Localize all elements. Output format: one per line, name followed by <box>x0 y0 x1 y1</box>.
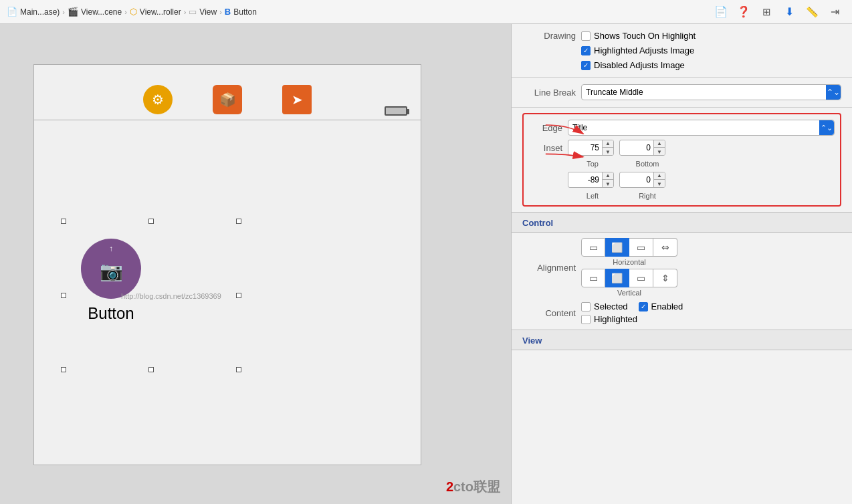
forward-toolbar-icon[interactable]: ⇥ <box>824 1 845 23</box>
horizontal-buttons: ▭ ⬜ ▭ ⇔ <box>581 238 677 257</box>
inset-top-value[interactable]: 75 <box>568 143 602 152</box>
inset-left-input[interactable]: -89 ▲ ▼ <box>568 172 614 188</box>
line-break-dropdown[interactable]: Truncate Middle ⌃⌄ <box>581 84 841 100</box>
edge-row: Edge Title ⌃⌄ <box>529 120 835 136</box>
handle-top-mid <box>148 219 154 224</box>
handle-bot-left <box>61 367 66 372</box>
disabled-adjusts-label: Disabled Adjusts Image <box>594 60 685 70</box>
view-icon: ▭ <box>189 7 197 17</box>
highlighted-checkbox[interactable] <box>581 315 591 324</box>
canvas-icon-row: ⚙ 📦 ➤ <box>34 65 421 114</box>
content-row: Content Selected Enabled <box>522 301 841 324</box>
horizontal-align-group: ▭ ⬜ ▭ ⇔ Horizontal <box>581 238 677 266</box>
align-h-fill[interactable]: ⇔ <box>653 238 677 257</box>
inset-bottom-stepper: ▲ ▼ <box>653 140 665 156</box>
cto-red-text: 2 <box>446 479 453 495</box>
inset-label: Inset <box>529 143 562 153</box>
edge-value: Title <box>572 123 830 132</box>
inset-top-down[interactable]: ▼ <box>603 148 613 156</box>
button-element[interactable]: ↑ 📷 Button <box>81 239 141 323</box>
canvas-icon-2: 📦 <box>213 85 242 114</box>
inset-top-stepper: ▲ ▼ <box>602 140 613 156</box>
breadcrumb-sep-1: › <box>62 8 65 16</box>
inset-left-down[interactable]: ▼ <box>603 180 613 188</box>
inset-bottom-value[interactable]: 0 <box>620 143 653 152</box>
inset-right-value[interactable]: 0 <box>620 175 653 184</box>
breadcrumb-controller[interactable]: ⬡ View...roller <box>130 7 181 17</box>
button-circle: ↑ 📷 <box>81 239 141 299</box>
help-toolbar-icon[interactable]: ❓ <box>733 1 754 23</box>
upload-arrow-icon: ↑ <box>109 244 113 253</box>
inset-top-up[interactable]: ▲ <box>603 140 613 148</box>
breadcrumb-sep-4: › <box>219 8 222 16</box>
shows-touch-checkbox[interactable] <box>581 31 591 41</box>
inset-left-value[interactable]: -89 <box>568 175 602 184</box>
enabled-checkbox[interactable] <box>639 302 648 311</box>
inset-left-stepper: ▲ ▼ <box>602 172 613 188</box>
vertical-buttons: ▭ ⬜ ▭ ⇕ <box>581 269 677 287</box>
shows-touch-label: Shows Touch On Highlight <box>594 31 696 41</box>
drawing-section: Drawing Shows Touch On Highlight Highlig… <box>512 24 852 78</box>
highlighted-adjusts-checkbox[interactable] <box>581 46 591 55</box>
breadcrumb-main[interactable]: Main...ase) <box>20 7 60 17</box>
inset-left-up[interactable]: ▲ <box>603 172 613 180</box>
enabled-label: Enabled <box>651 301 683 311</box>
disabled-adjusts-row: Disabled Adjusts Image <box>522 60 841 70</box>
bottom-label: Bottom <box>623 160 672 168</box>
ruler-toolbar-icon[interactable]: 📏 <box>801 1 823 23</box>
breadcrumb-view[interactable]: ▭ View <box>189 7 217 17</box>
edge-dropdown[interactable]: Title ⌃⌄ <box>568 120 835 136</box>
canvas-icon-1: ⚙ <box>143 85 173 114</box>
view-section-title: View <box>512 330 852 350</box>
cto-gray-text: cto联盟 <box>453 478 500 496</box>
edge-inset-section: Edge Title ⌃⌄ Inset 75 ▲ ▼ <box>522 113 841 207</box>
disabled-adjusts-checkbox[interactable] <box>581 61 591 70</box>
handle-mid-left <box>61 293 66 298</box>
align-v-bottom[interactable]: ▭ <box>629 269 653 287</box>
align-h-left[interactable]: ▭ <box>581 238 605 257</box>
shows-touch-item: Shows Touch On Highlight <box>581 31 696 41</box>
inset-bottom-down[interactable]: ▼ <box>654 148 665 156</box>
file-icon: 📄 <box>7 7 17 17</box>
breadcrumb-sep-3: › <box>184 8 187 16</box>
align-h-right[interactable]: ▭ <box>629 238 653 257</box>
download-toolbar-icon[interactable]: ⬇ <box>778 1 800 23</box>
inset-right-down[interactable]: ▼ <box>654 180 665 188</box>
edge-inset-wrapper: Edge Title ⌃⌄ Inset 75 ▲ ▼ <box>512 108 852 212</box>
canvas-area: ⚙ 📦 ➤ <box>0 24 511 504</box>
inset-bottom-up[interactable]: ▲ <box>654 140 665 148</box>
breadcrumb: 📄 Main...ase) <box>7 7 60 17</box>
battery-indicator <box>385 106 407 116</box>
inset-bottom-input[interactable]: 0 ▲ ▼ <box>619 140 665 156</box>
align-v-center[interactable]: ⬜ <box>605 269 629 287</box>
align-v-top[interactable]: ▭ <box>581 269 605 287</box>
camera-icon: 📷 <box>100 260 123 282</box>
line-break-value: Truncate Middle <box>586 88 837 97</box>
line-break-label: Line Break <box>522 88 576 98</box>
align-h-center[interactable]: ⬜ <box>605 238 629 257</box>
breadcrumb-button[interactable]: B Button <box>225 7 257 17</box>
inset-right-up[interactable]: ▲ <box>654 172 665 180</box>
grid-toolbar-icon[interactable]: ⊞ <box>756 1 777 23</box>
handle-mid-right <box>236 293 241 298</box>
highlighted-adjusts-label: Highlighted Adjusts Image <box>594 45 694 55</box>
selected-checkbox[interactable] <box>581 302 591 311</box>
inset-right-input[interactable]: 0 ▲ ▼ <box>619 172 665 188</box>
right-label: Right <box>623 192 672 200</box>
inset-top-input[interactable]: 75 ▲ ▼ <box>568 140 614 156</box>
inset-right-stepper: ▲ ▼ <box>653 172 665 188</box>
watermark: http://blog.csdn.net/zc1369369 <box>121 292 221 300</box>
inset-lr-labels: Left Right <box>568 192 835 200</box>
new-file-toolbar-icon[interactable]: 📄 <box>710 1 732 23</box>
breadcrumb-scene[interactable]: 🎬 View...cene <box>68 7 122 17</box>
control-section-title: Control <box>512 212 852 233</box>
align-v-fill[interactable]: ⇕ <box>653 269 677 287</box>
alignment-label: Alignment <box>522 263 576 273</box>
canvas-inner: ⚙ 📦 ➤ <box>33 64 421 465</box>
enabled-item: Enabled <box>639 301 683 311</box>
button-icon: B <box>225 7 231 17</box>
selected-label: Selected <box>594 301 628 311</box>
scene-icon: 🎬 <box>68 7 78 17</box>
alignment-groups: ▭ ⬜ ▭ ⇔ Horizontal ▭ ⬜ ▭ ⇕ <box>581 238 677 297</box>
highlighted-item: Highlighted <box>581 314 683 324</box>
